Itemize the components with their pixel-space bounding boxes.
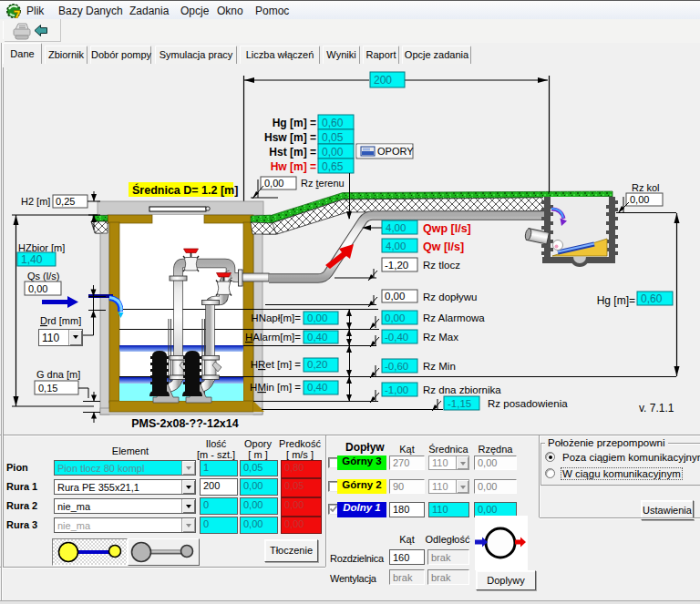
svg-text:v. 7.1.1: v. 7.1.1 bbox=[639, 402, 674, 415]
svg-text:0,65: 0,65 bbox=[322, 160, 344, 173]
svg-text:200: 200 bbox=[374, 74, 392, 87]
svg-text:-0,60: -0,60 bbox=[385, 361, 408, 372]
svg-text:Rz Max: Rz Max bbox=[423, 332, 458, 343]
svg-text:OPORY: OPORY bbox=[377, 146, 414, 157]
svg-text:0,20: 0,20 bbox=[307, 359, 327, 370]
svg-text:0,40: 0,40 bbox=[307, 332, 327, 343]
svg-text:0,00: 0,00 bbox=[307, 312, 327, 323]
svg-text:-1,15: -1,15 bbox=[448, 398, 471, 409]
svg-text:0,60: 0,60 bbox=[322, 117, 344, 129]
svg-text:4,00: 4,00 bbox=[386, 222, 406, 233]
svg-text:0,60: 0,60 bbox=[641, 292, 663, 305]
svg-text:Rz tlocz: Rz tlocz bbox=[423, 260, 460, 271]
svg-text:Qwp [l/s]: Qwp [l/s] bbox=[423, 222, 471, 235]
svg-text:Rz kol: Rz kol bbox=[632, 182, 660, 193]
svg-text:Rz terenu: Rz terenu bbox=[301, 178, 345, 189]
svg-text:PMS-2x08-??-12x14: PMS-2x08-??-12x14 bbox=[131, 417, 238, 430]
svg-text:HZbior [m]: HZbior [m] bbox=[18, 242, 65, 253]
svg-text:Rz posadowienia: Rz posadowienia bbox=[488, 398, 568, 409]
svg-text:0,40: 0,40 bbox=[307, 382, 327, 393]
svg-text:G dna [m]: G dna [m] bbox=[36, 369, 80, 380]
svg-text:0,00: 0,00 bbox=[322, 146, 344, 159]
svg-text:0,00: 0,00 bbox=[385, 291, 405, 302]
svg-text:Hg [m] =: Hg [m] = bbox=[273, 117, 316, 129]
svg-text:0,00: 0,00 bbox=[630, 194, 649, 205]
svg-text:1,40: 1,40 bbox=[21, 253, 43, 266]
svg-text:Średnica D= 1.2 [m]: Średnica D= 1.2 [m] bbox=[132, 183, 238, 197]
svg-text:4,00: 4,00 bbox=[386, 241, 406, 251]
svg-text:Hsw [m] =: Hsw [m] = bbox=[264, 131, 316, 144]
svg-text:Drd [mm]: Drd [mm] bbox=[40, 315, 81, 326]
svg-text:HMin [m] =: HMin [m] = bbox=[250, 382, 301, 393]
svg-text:Rz Alarmowa: Rz Alarmowa bbox=[423, 312, 485, 323]
svg-text:Rz dna zbiornika: Rz dna zbiornika bbox=[423, 384, 501, 395]
svg-text:Hg [m]=: Hg [m]= bbox=[597, 294, 635, 307]
svg-text:-0,40: -0,40 bbox=[385, 332, 408, 343]
svg-text:-1,20: -1,20 bbox=[385, 260, 408, 271]
svg-text:0,00: 0,00 bbox=[264, 178, 283, 189]
svg-text:-1,00: -1,00 bbox=[385, 384, 408, 395]
svg-text:H2 [m]: H2 [m] bbox=[21, 196, 50, 207]
svg-text:HNapł[m]=: HNapł[m]= bbox=[251, 312, 301, 323]
svg-text:0,05: 0,05 bbox=[322, 131, 344, 144]
svg-text:Rz dopływu: Rz dopływu bbox=[423, 292, 477, 302]
svg-text:0,00: 0,00 bbox=[28, 283, 47, 294]
svg-text:Qs (l/s): Qs (l/s) bbox=[27, 271, 59, 282]
svg-text:0,25: 0,25 bbox=[56, 196, 75, 207]
svg-text:0,00: 0,00 bbox=[385, 312, 405, 323]
svg-text:Hst [m] =: Hst [m] = bbox=[269, 146, 316, 159]
svg-text:HRet [m] =: HRet [m] = bbox=[251, 359, 302, 370]
svg-text:0,15: 0,15 bbox=[38, 383, 57, 394]
svg-text:HAlarm[m]=: HAlarm[m]= bbox=[245, 332, 301, 343]
svg-text:Rz Min: Rz Min bbox=[423, 361, 456, 372]
svg-text:Hw [m] =: Hw [m] = bbox=[271, 160, 316, 173]
svg-text:Qw [l/s]: Qw [l/s] bbox=[423, 241, 464, 253]
